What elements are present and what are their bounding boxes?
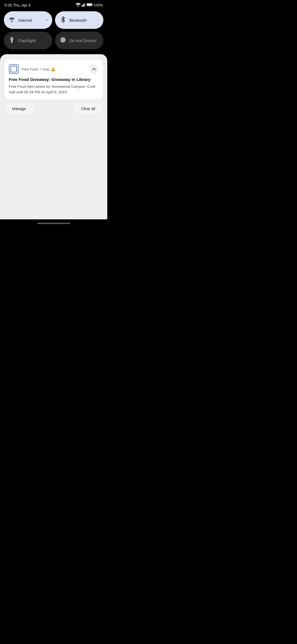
clear-all-button[interactable]: Clear all — [73, 104, 103, 114]
notification-dot: • — [40, 67, 41, 71]
svg-rect-1 — [82, 5, 82, 7]
status-bar: 5:05 Thu, Apr 6 — [0, 0, 107, 9]
svg-rect-7 — [87, 4, 92, 6]
svg-point-0 — [78, 6, 79, 7]
quick-settings-panel: Internet › Bluetooth Flashlight — [0, 9, 107, 53]
status-icons: 100% — [76, 3, 103, 7]
battery-percentage: 100% — [94, 3, 103, 7]
bluetooth-tile[interactable]: Bluetooth — [55, 11, 103, 29]
signal-status-icon — [82, 3, 86, 7]
wifi-status-icon — [76, 3, 81, 7]
internet-tile-arrow: › — [46, 18, 47, 23]
bluetooth-icon — [60, 17, 66, 24]
internet-tile-label: Internet — [18, 18, 43, 23]
flashlight-icon — [9, 37, 15, 44]
home-indicator — [37, 223, 70, 224]
dnd-icon — [60, 37, 66, 44]
svg-rect-11 — [11, 41, 13, 43]
svg-rect-6 — [92, 4, 92, 6]
notification-app-info: Free Food • now 🔔 — [9, 64, 55, 74]
notification-collapse-button[interactable] — [90, 65, 98, 73]
notification-body: Free Food Alert active for Homewood Camp… — [9, 84, 98, 95]
manage-button[interactable]: Manage — [4, 104, 34, 114]
notification-title: Free Food Giveaway: Giveaway in Library — [9, 77, 98, 82]
svg-marker-10 — [10, 38, 13, 41]
notification-panel: Free Food • now 🔔 Free Food Giveaway: Gi… — [0, 54, 107, 219]
bluetooth-tile-label: Bluetooth — [69, 18, 98, 23]
flashlight-tile-label: Flashlight — [18, 38, 47, 43]
svg-rect-9 — [11, 37, 13, 38]
notification-header: Free Food • now 🔔 — [9, 64, 98, 74]
svg-rect-2 — [83, 4, 84, 7]
internet-tile[interactable]: Internet › — [4, 11, 52, 29]
svg-rect-14 — [11, 66, 17, 72]
dnd-tile[interactable]: Do Not Disturb — [55, 32, 103, 49]
notification-meta: Free Food • now 🔔 — [21, 67, 55, 71]
battery-status-icon — [87, 3, 93, 7]
notification-card: Free Food • now 🔔 Free Food Giveaway: Gi… — [4, 60, 103, 99]
notification-app-icon — [9, 64, 19, 74]
svg-rect-3 — [84, 4, 84, 7]
wifi-icon — [9, 17, 15, 24]
notification-bell-icon: 🔔 — [51, 67, 55, 71]
notification-app-name: Free Food — [21, 67, 38, 71]
svg-point-8 — [11, 21, 13, 22]
svg-rect-4 — [85, 3, 85, 7]
dnd-tile-label: Do Not Disturb — [69, 38, 98, 43]
status-time: 5:05 Thu, Apr 6 — [4, 3, 31, 7]
flashlight-tile[interactable]: Flashlight — [4, 32, 52, 49]
notification-timestamp: now — [43, 67, 49, 71]
notification-actions: Manage Clear all — [4, 104, 103, 114]
